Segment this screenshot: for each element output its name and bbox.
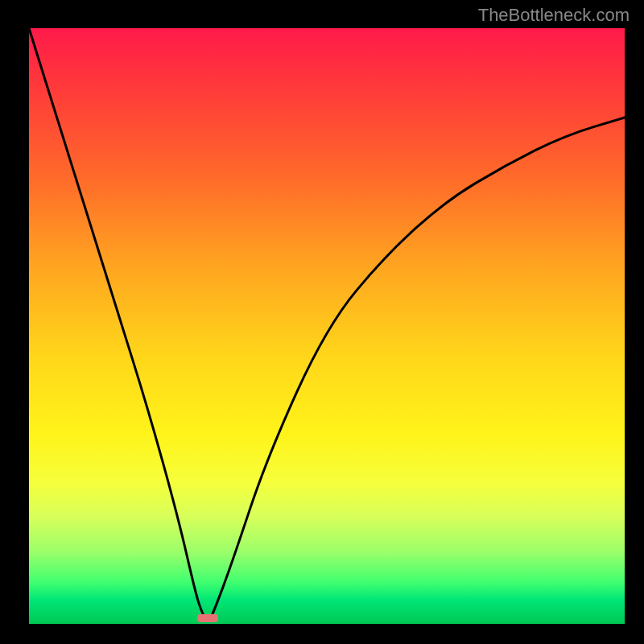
watermark-text: TheBottleneck.com <box>478 5 630 26</box>
chart-plot-area <box>29 28 625 624</box>
bottleneck-curve <box>29 28 625 624</box>
dip-marker <box>197 614 218 622</box>
